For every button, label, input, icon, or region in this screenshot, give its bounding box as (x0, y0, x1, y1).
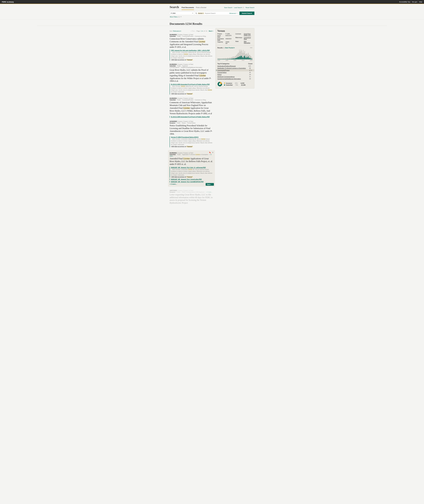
result-card[interactable]: 01/28/2021 Created, Posted, & Filed Subm… (170, 64, 213, 95)
pager: < Prev | Page 1 ▾ of 13 | Next > (190, 30, 213, 32)
remove-filter-icon[interactable]: ✕ (251, 70, 252, 71)
search-tag: license ✕ (198, 13, 204, 14)
chevron-down-icon (236, 13, 237, 13)
categories-heading: Top N Categories (218, 63, 229, 64)
search-tabs: Find Documents Find a Docket (181, 6, 206, 10)
results-column: Sort: Relevance ▾ < Prev | Page 1 ▾ of 1… (170, 28, 213, 207)
project-link[interactable]: Great River Hydro, LLC. (244, 33, 252, 37)
result-card[interactable]: 01/29/2021 Created, Posted, & Filed Subm… (170, 34, 213, 61)
category-row[interactable]: Applicant Correspondence21 (218, 76, 252, 78)
search-icon (195, 13, 197, 14)
tab-find-documents[interactable]: Find Documents (181, 6, 194, 10)
chevron-down-icon (192, 13, 193, 13)
project-link[interactable]: New Hamoshire (244, 41, 252, 44)
link-accessibility[interactable]: Accessibility Tips (399, 1, 410, 3)
category-row[interactable]: Supplemental/Additional Information18 (218, 78, 252, 80)
search-section: Search Find Documents Find a Docket Save… (0, 4, 424, 20)
pager-prev[interactable]: < Prev (191, 30, 195, 32)
legend-row: Submittal75%12,345 (224, 84, 245, 86)
more-menu-icon[interactable]: ••• (250, 47, 252, 49)
result-card[interactable]: 01/28/2021 Created, Posted, & Filed Subm… (170, 97, 213, 118)
file-link[interactable]: 01-29-21-GRH Amended FLA-Proof of Public… (171, 83, 213, 85)
brand[interactable]: FERC eLibrary (2, 1, 14, 3)
svg-point-0 (196, 13, 197, 14)
donut-chart (218, 82, 222, 86)
tab-find-docket[interactable]: Find a Docket (196, 6, 206, 10)
results-by-label: Results (218, 47, 223, 49)
result-title[interactable]: Comments of American Whitewater, Appalac… (170, 101, 213, 115)
count-heading: Count (248, 63, 252, 64)
load-search[interactable]: Load Search (2) (234, 7, 244, 8)
result-title[interactable]: Great River Hydro, LLC submits the Proof… (170, 69, 213, 83)
svg-point-3 (219, 83, 221, 85)
chevron-down-icon (181, 17, 181, 17)
category-row[interactable]: Notice24 (218, 73, 252, 76)
hide-icon[interactable]: 👁 (212, 152, 214, 153)
legend-row: Issuance25%4,234 (224, 82, 245, 84)
svg-line-1 (197, 13, 197, 14)
category-row[interactable]: Comments/Protest47✕ (216, 69, 254, 71)
bookmark-icon[interactable]: 🔖 (209, 152, 211, 153)
file-link[interactable]: 20201207_BF_Amend_FLA_CoverLetter.PDF (171, 179, 213, 180)
link-ferc-gov[interactable]: ferc.gov (412, 1, 417, 3)
save-search[interactable]: Save Search (224, 7, 232, 8)
project-title: Vernon (218, 30, 252, 32)
advanced-link[interactable]: Advanced (229, 13, 237, 14)
search-title: Search (170, 5, 179, 9)
sort-control[interactable]: Sort: Relevance ▾ (170, 30, 181, 32)
result-card[interactable]: 🔖👁 01/28/2021 Created, Posted, & Filed S… (168, 150, 215, 187)
docket-select[interactable] (170, 12, 194, 15)
more-filters-link[interactable]: More Filters (6) (170, 16, 182, 19)
topbar: FERC eLibrary Accessibility Tips ferc.go… (0, 0, 424, 4)
reset-search[interactable]: Reset Search (245, 7, 254, 8)
result-card[interactable]: 10/07/2020 Created, Posted, & Filed Issu… (170, 190, 213, 204)
search-actions: Save Search Load Search (2) Reset Search (224, 7, 254, 8)
topbar-links: Accessibility Tips ferc.gov Help (399, 1, 422, 3)
link-help[interactable]: Help (419, 1, 422, 3)
submit-search-button[interactable]: Submit Search (239, 12, 254, 15)
category-row[interactable]: Formal Notice32 (218, 71, 252, 73)
open-button[interactable]: Open → (206, 183, 214, 186)
results-by-dropdown[interactable]: Date Posted ▾ (225, 47, 235, 49)
tag-label: license (198, 13, 202, 14)
keyword-input-wrap[interactable]: license ✕ Advanced (194, 12, 239, 15)
tag-remove-icon[interactable]: ✕ (203, 13, 204, 14)
documents-heading: Documents (170, 22, 185, 26)
result-card[interactable]: 12/16/2020 Created, Posted, & Filed Issu… (170, 121, 213, 147)
docket-input[interactable] (171, 13, 189, 14)
results-histogram[interactable]: 19801990200020102020 (218, 50, 252, 61)
file-link[interactable]: 20201207_BF_Amend_FLA_Exh_G_LgFormat.PDF (171, 167, 213, 168)
project-panel: Vernon ProjectP-1094Issue Date6/25/1979E… (215, 28, 254, 89)
documents-count: 1234 Results (185, 22, 202, 26)
result-title[interactable]: Amended Final License Applications of Gr… (170, 157, 213, 166)
category-row[interactable]: Application To Amend License or Exemptio… (218, 67, 252, 69)
file-link[interactable]: CRC request for info and clarification_G… (171, 50, 213, 51)
pager-next[interactable]: Next > (209, 30, 213, 32)
category-row[interactable]: Application/Petition/Request123 (218, 65, 252, 67)
result-title[interactable]: Connecticut River Conservancy submits Co… (170, 38, 213, 49)
file-link[interactable]: 01-29-21-GRH Amended FLA-Proof of Public… (171, 116, 213, 118)
pager-page[interactable]: 1 ▾ (201, 30, 203, 32)
file-link[interactable]: 20201207_BF_Amend_FLA_ExhABCDFGH.PDF (171, 181, 213, 183)
result-title[interactable]: Notice Establishing Procedural Schedule … (170, 124, 213, 135)
result-title[interactable]: Letter requesting Great River Hydro, LLC… (170, 193, 213, 204)
file-link[interactable]: Vernon P-1904 Procedural Notice.DOCX (171, 136, 213, 138)
project-link[interactable]: Connecticut River (244, 37, 252, 40)
keyword-input[interactable] (205, 13, 229, 14)
